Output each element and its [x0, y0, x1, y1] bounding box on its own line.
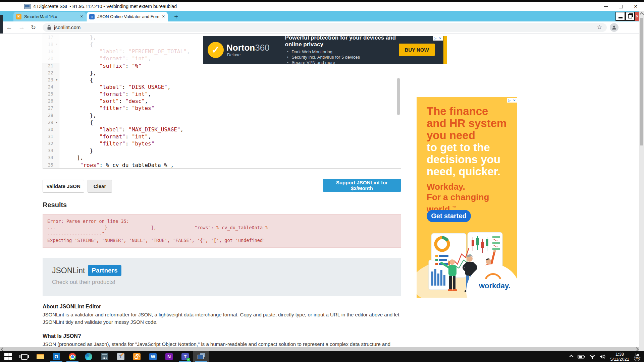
- editor-line[interactable]: 27 "filter": "bytes": [43, 105, 401, 112]
- line-number: 23: [43, 76, 54, 83]
- adchoices-icon[interactable]: ▷: [507, 98, 512, 103]
- workday-headline-white: to get to thedecisions youneed, quicker.: [427, 141, 514, 178]
- wifi-icon[interactable]: [589, 355, 595, 359]
- clear-button[interactable]: Clear: [88, 180, 112, 193]
- taskbar-remote-desktop[interactable]: [193, 351, 209, 362]
- partners-badge[interactable]: Partners: [88, 265, 121, 276]
- line-number: 26: [43, 98, 54, 105]
- get-started-button[interactable]: Get started: [427, 210, 471, 222]
- error-line: Expecting 'STRING', 'NUMBER', 'NULL', 'T…: [47, 237, 401, 244]
- task-view-button[interactable]: [16, 351, 32, 362]
- ad-close-icon[interactable]: ✕: [512, 98, 517, 103]
- profile-avatar[interactable]: [610, 23, 619, 32]
- editor-line[interactable]: 23▾ {: [43, 76, 401, 83]
- calculator-icon: [101, 353, 108, 360]
- tab-smartermail[interactable]: SmarterMail 16.x ✕: [13, 12, 86, 21]
- line-number: 30: [43, 126, 54, 133]
- scroll-left-arrow[interactable]: [1, 347, 5, 352]
- editor-line[interactable]: 32 "filter": "bytes": [43, 140, 401, 147]
- line-number: 29: [43, 119, 54, 126]
- editor-line[interactable]: 35 "rows": % cv_du_tableData % ,: [43, 162, 401, 169]
- line-number: 34: [43, 154, 54, 161]
- reload-button[interactable]: ↻: [31, 24, 36, 31]
- bookmark-star-icon[interactable]: ☆: [597, 24, 602, 31]
- editor-line[interactable]: 34 ],: [43, 154, 401, 161]
- fold-gutter: [54, 90, 59, 98]
- parse-error-box: Error: Parse error on line 35:... } ], "…: [43, 214, 401, 248]
- jsonlint-page: 17 },18▾ {19 "label": "PERCENT_OF_TOTAL"…: [0, 34, 639, 347]
- action-center-button[interactable]: 20: [633, 351, 644, 362]
- adchoices-icon[interactable]: ▷: [433, 36, 438, 41]
- tab-close-icon[interactable]: ✕: [162, 14, 165, 19]
- file-explorer-icon: [37, 353, 44, 360]
- editor-line[interactable]: 29▾ {: [43, 119, 401, 126]
- workday-sidebar-ad[interactable]: ▷ ✕ The financeand HR systemyou need to …: [417, 97, 517, 298]
- taskbar-chrome[interactable]: [64, 351, 80, 362]
- headline-line: need, quicker.: [427, 166, 514, 178]
- code-text: ],: [59, 154, 83, 161]
- taskbar-scanner-app[interactable]: [129, 351, 145, 362]
- headline-line: you need: [427, 129, 514, 141]
- code-text: }: [59, 147, 93, 154]
- start-button[interactable]: [0, 351, 16, 362]
- taskbar-edge[interactable]: [80, 351, 97, 362]
- validate-json-button[interactable]: Validate JSON: [43, 180, 84, 193]
- tab-close-icon[interactable]: ✕: [80, 14, 83, 19]
- vertical-scrollbar[interactable]: [639, 11, 644, 351]
- rdp-session-screen: 4 Digicreate SSL - 81.95.112.210 - Verbi…: [0, 0, 644, 362]
- tab-jsonlint[interactable]: JSON Online Validator and Forma ✕: [87, 12, 168, 21]
- vertical-scrollbar-thumb[interactable]: [640, 18, 643, 145]
- browser-toolbar: ← → ↻ jsonlint.com ☆: [0, 21, 639, 34]
- taskbar-calculator[interactable]: [97, 351, 113, 362]
- browser-restore-button[interactable]: [625, 12, 635, 21]
- browser-close-button[interactable]: ✕: [635, 12, 639, 21]
- fold-arrow-icon[interactable]: ▾: [54, 119, 59, 126]
- taskbar-outlook[interactable]: [48, 351, 64, 362]
- ad-close-icon[interactable]: ✕: [438, 36, 443, 41]
- taskbar-clock[interactable]: 1:38 5/11/2021: [610, 352, 629, 362]
- host-close-button[interactable]: ✕: [630, 2, 641, 11]
- editor-line[interactable]: 28 },: [43, 112, 401, 119]
- editor-line[interactable]: 33 }: [43, 147, 401, 154]
- lock-icon: [47, 25, 51, 30]
- battery-icon[interactable]: [578, 355, 585, 359]
- tray-chevron-up-icon[interactable]: [569, 355, 574, 359]
- speaker-icon[interactable]: [600, 354, 606, 359]
- window-left-edge: [0, 15, 3, 34]
- editor-scrollbar-thumb[interactable]: [397, 78, 400, 115]
- host-minimize-button[interactable]: [600, 2, 612, 11]
- line-number: 25: [43, 90, 54, 98]
- fold-arrow-icon[interactable]: ▾: [54, 76, 59, 83]
- new-tab-button[interactable]: +: [172, 13, 180, 21]
- line-number: 32: [43, 140, 54, 147]
- scroll-up-arrow[interactable]: [640, 12, 644, 16]
- minimize-icon: [619, 17, 623, 18]
- buy-now-button[interactable]: BUY NOW: [399, 44, 435, 56]
- taskbar-teams[interactable]: ✓: [177, 351, 193, 362]
- host-maximize-button[interactable]: [615, 2, 627, 11]
- support-jsonlint-button[interactable]: Support JSONLint for $2/Month: [323, 179, 401, 192]
- taskbar-word[interactable]: [145, 351, 161, 362]
- editor-line[interactable]: 24 "label": "DISK_USAGE",: [43, 83, 401, 90]
- taskbar-onenote[interactable]: [161, 351, 177, 362]
- browser-minimize-button[interactable]: [615, 12, 625, 21]
- editor-line[interactable]: 31 "format": "int",: [43, 133, 401, 140]
- editor-line[interactable]: 25 "format": "int",: [43, 90, 401, 98]
- editor-line[interactable]: 22 },: [43, 69, 401, 76]
- restore-icon: [628, 14, 632, 18]
- horizontal-scrollbar[interactable]: [0, 347, 639, 351]
- fold-gutter: [54, 69, 59, 76]
- back-button[interactable]: ←: [6, 24, 12, 31]
- editor-line[interactable]: 26 "sort": "desc",: [43, 98, 401, 105]
- task-view-icon: [21, 354, 28, 360]
- code-text: "rows": % cv_du_tableData % ,: [59, 162, 174, 169]
- taskbar-remote-tools[interactable]: [113, 351, 129, 362]
- scroll-right-arrow[interactable]: [634, 347, 639, 352]
- forward-button[interactable]: →: [18, 24, 25, 31]
- norton-banner-ad[interactable]: ✓ Norton360 Deluxe Powerful protection f…: [203, 36, 447, 64]
- code-text: },: [59, 112, 96, 119]
- error-line: ... } ], "rows": % cv_du_tableData %: [47, 225, 401, 231]
- editor-line[interactable]: 30 "label": "MAX_DISK_USAGE",: [43, 126, 401, 133]
- address-bar[interactable]: jsonlint.com ☆: [43, 23, 607, 32]
- taskbar-file-explorer[interactable]: [32, 351, 48, 362]
